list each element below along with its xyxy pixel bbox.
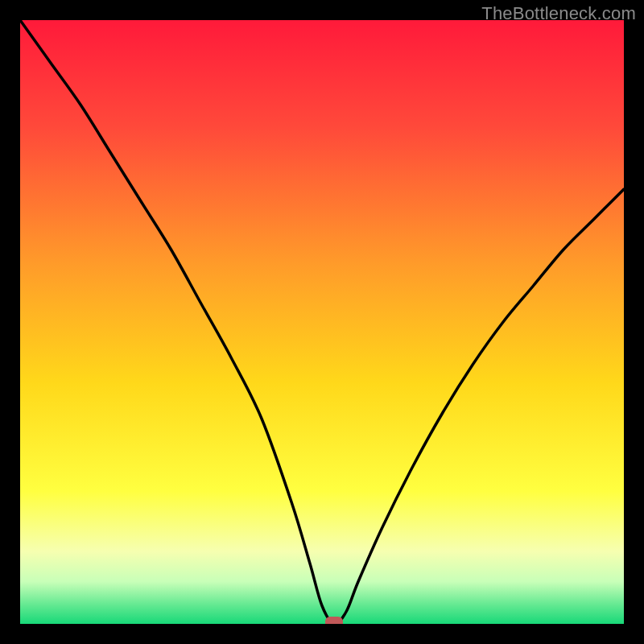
chart-container: TheBottleneck.com [0, 0, 644, 644]
chart-background [20, 20, 624, 624]
chart-svg [20, 20, 624, 624]
watermark-text: TheBottleneck.com [481, 3, 636, 24]
optimum-marker [325, 617, 343, 624]
plot-area [20, 20, 624, 624]
